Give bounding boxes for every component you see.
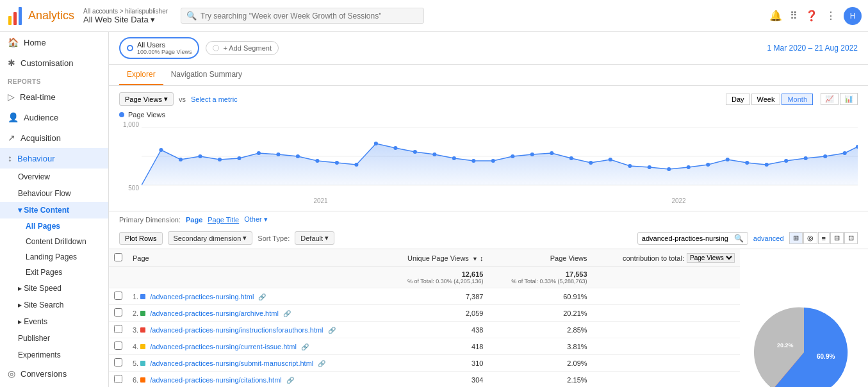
time-btn-day[interactable]: Day: [726, 94, 750, 105]
row-checkbox-4[interactable]: [109, 338, 127, 355]
search-input[interactable]: [201, 12, 418, 21]
sidebar-item-site-content[interactable]: ▾ Site Content: [0, 202, 108, 218]
table-search-box[interactable]: 🔍: [637, 232, 748, 245]
sort-icon: ▼: [472, 256, 478, 262]
help-icon[interactable]: ❓: [805, 10, 818, 22]
svg-point-40: [804, 156, 808, 160]
segment-name: All Users: [137, 41, 192, 49]
sidebar-item-attribution[interactable]: ⊕ Attribution BETA: [0, 384, 108, 387]
sidebar-item-conversions[interactable]: ◎ Conversions: [0, 363, 108, 384]
table-row: 6. /advanced-practices-nursing/citations…: [109, 372, 740, 388]
realtime-icon: ▷: [8, 92, 15, 102]
svg-rect-0: [8, 16, 12, 25]
search-bar[interactable]: 🔍: [181, 8, 424, 24]
view-data-btn[interactable]: ⊞: [789, 232, 803, 244]
all-users-segment[interactable]: All Users 100.00% Page Views: [119, 37, 199, 59]
sidebar-item-audience-label: Audience: [24, 113, 58, 122]
logo[interactable]: Analytics: [6, 7, 74, 25]
legend-dot: [119, 112, 124, 117]
other-dimension-link[interactable]: Other ▾: [244, 215, 268, 224]
sidebar-item-landing-pages[interactable]: Landing Pages: [0, 249, 108, 265]
page-link-6[interactable]: /advanced-practices-nursing/citations.ht…: [150, 376, 281, 384]
sidebar-item-realtime[interactable]: ▷ Real-time: [0, 86, 108, 107]
totals-row: 12,615 % of Total: 0.30% (4,205,136) 17,…: [109, 267, 740, 288]
plot-rows-btn[interactable]: Plot Rows: [119, 232, 163, 245]
sort-type-dropdown[interactable]: Default ▾: [295, 231, 334, 245]
sidebar-item-experiments[interactable]: Experiments: [0, 347, 108, 363]
chart-controls: Page Views ▾ vs Select a metric Day Week…: [119, 92, 858, 106]
search-advanced-link[interactable]: advanced: [753, 235, 784, 242]
tab-navigation-summary[interactable]: Navigation Summary: [163, 65, 250, 85]
property-name[interactable]: All Web Site Data ▾: [83, 15, 168, 24]
svg-text:60.9%: 60.9%: [817, 353, 835, 360]
sidebar-item-home[interactable]: 🏠 Home: [0, 32, 108, 53]
more-icon[interactable]: ⋮: [826, 10, 836, 22]
page-link-4[interactable]: /advanced-practices-nursing/current-issu…: [150, 343, 297, 350]
time-btn-week[interactable]: Week: [751, 94, 781, 105]
select-all-checkbox[interactable]: [114, 253, 122, 261]
row-checkbox-1[interactable]: [109, 288, 127, 305]
apps-icon[interactable]: ⠿: [790, 10, 798, 22]
behaviour-icon: ↕: [8, 153, 12, 163]
row-checkbox-2[interactable]: [109, 305, 127, 322]
sidebar-item-site-search[interactable]: ▸ Site Search: [0, 297, 108, 313]
sidebar-item-overview[interactable]: Overview: [0, 169, 108, 185]
page-link-5[interactable]: /advanced-practices-nursing/submit-manus…: [150, 359, 313, 367]
page-link-2[interactable]: /advanced-practices-nursing/archive.html: [150, 309, 279, 317]
page-title-dimension-link[interactable]: Page Title: [208, 216, 239, 224]
select-metric-link[interactable]: Select a metric: [191, 95, 238, 103]
svg-point-42: [843, 151, 847, 155]
tab-explorer[interactable]: Explorer: [119, 65, 163, 85]
th-unique-page-views[interactable]: Unique Page Views ▼ ↕: [384, 249, 488, 267]
svg-point-39: [784, 159, 788, 163]
row-page-2: 2. /advanced-practices-nursing/archive.h…: [127, 305, 384, 322]
secondary-dimension-dropdown[interactable]: Secondary dimension ▾: [168, 231, 253, 245]
segment-percent: 100.00% Page Views: [137, 49, 192, 55]
sidebar-item-site-speed[interactable]: ▸ Site Speed: [0, 280, 108, 297]
sidebar-item-customisation[interactable]: ✱ Customisation: [0, 53, 108, 73]
table-row: 3. /advanced-practices-nursing/instructi…: [109, 322, 740, 338]
table-row: 1. /advanced-practices-nursing.html 🔗 7,…: [109, 288, 740, 305]
sidebar-item-behaviour[interactable]: ↕ Behaviour: [0, 148, 108, 169]
external-link-3: 🔗: [328, 327, 336, 334]
table-row: 2. /advanced-practices-nursing/archive.h…: [109, 305, 740, 322]
svg-point-32: [648, 165, 651, 169]
table-search-icon[interactable]: 🔍: [734, 234, 744, 243]
view-compare-btn[interactable]: ⊟: [830, 232, 844, 244]
sidebar-item-acquisition[interactable]: ↗ Acquisition: [0, 128, 108, 148]
add-segment-btn[interactable]: + Add Segment: [206, 41, 279, 55]
contribution-select[interactable]: Page Views: [687, 253, 735, 263]
time-btn-month[interactable]: Month: [782, 94, 813, 105]
view-btn-line[interactable]: 📈: [821, 93, 839, 105]
row-checkbox-6[interactable]: [109, 372, 127, 388]
sidebar-item-audience[interactable]: 👤 Audience: [0, 107, 108, 128]
page-link-3[interactable]: /advanced-practices-nursing/instructions…: [150, 326, 323, 334]
sidebar-item-events[interactable]: ▸ Events: [0, 313, 108, 330]
svg-point-10: [218, 158, 222, 161]
row-unique-4: 418: [384, 338, 488, 355]
view-pie-btn[interactable]: ◎: [803, 232, 817, 244]
view-pivot-btn[interactable]: ⊡: [844, 232, 858, 244]
metric-button[interactable]: Page Views ▾: [119, 92, 174, 106]
sidebar-item-content-drilldown[interactable]: Content Drilldown: [0, 234, 108, 249]
table-search-input[interactable]: [642, 235, 732, 242]
avatar[interactable]: H: [844, 7, 862, 25]
sidebar-item-behaviour-flow[interactable]: Behaviour Flow: [0, 185, 108, 202]
svg-point-37: [745, 161, 749, 165]
view-btn-bar[interactable]: 📊: [840, 93, 858, 105]
row-checkbox-3[interactable]: [109, 322, 127, 338]
page-link-1[interactable]: /advanced-practices-nursing.html: [150, 293, 254, 301]
row-color-1: [140, 294, 145, 299]
topbar-icons: 🔔 ⠿ ❓ ⋮ H: [769, 7, 862, 25]
account-info[interactable]: All accounts > hilarispublisher All Web …: [83, 8, 168, 24]
view-perf-btn[interactable]: ≡: [818, 232, 830, 244]
sidebar-item-all-pages[interactable]: All Pages: [0, 218, 108, 234]
svg-point-13: [276, 152, 280, 156]
notification-icon[interactable]: 🔔: [769, 10, 782, 22]
date-range[interactable]: 1 Mar 2020 – 21 Aug 2022: [767, 44, 858, 53]
sidebar-item-publisher[interactable]: Publisher: [0, 330, 108, 347]
sidebar-item-exit-pages[interactable]: Exit Pages: [0, 265, 108, 280]
row-checkbox-5[interactable]: [109, 355, 127, 372]
segment-info: All Users 100.00% Page Views: [137, 41, 192, 55]
page-dimension-link[interactable]: Page: [186, 216, 202, 224]
